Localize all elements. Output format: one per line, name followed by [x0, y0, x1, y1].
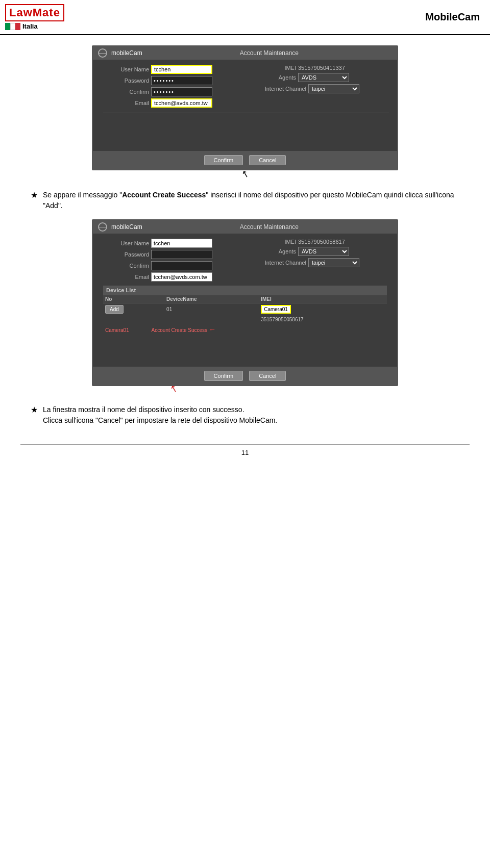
agents-label-2: Agents — [250, 248, 296, 254]
cancel-button-2[interactable]: Cancel — [249, 371, 286, 381]
channel-select-1[interactable]: taipei — [308, 84, 359, 93]
form-row-confirm-1: Confirm — [103, 87, 240, 96]
email-input-2[interactable] — [151, 272, 212, 282]
agents-select-1[interactable]: AVDS — [298, 73, 349, 82]
col-device-name: DeviceName — [164, 295, 259, 303]
page-title: MobileCam — [425, 11, 480, 23]
imei-label-1: IMEI — [250, 65, 296, 71]
device-table-header: Device List — [103, 286, 387, 295]
arrow-icon: ← — [209, 325, 216, 334]
form-area-2: User Name Password Confirm — [93, 234, 397, 367]
device-name-highlight: Camera01 — [261, 305, 291, 314]
form-row-email-2: Email — [103, 272, 240, 282]
titlebar-1: mobileCam Account Maintenance — [93, 46, 397, 60]
email-label-2: Email — [103, 274, 149, 280]
device-row-add: Add — [103, 303, 164, 315]
device-table-cols: No DeviceName IMEI — [103, 295, 387, 303]
instruction1: ★ Se appare il messaggio "Account Create… — [31, 190, 459, 211]
dark-ui-1: mobileCam Account Maintenance User Name — [93, 46, 397, 169]
globe-icon-2 — [98, 222, 107, 232]
form-row-email-1: Email — [103, 98, 240, 108]
password-input-2[interactable] — [151, 250, 212, 259]
spacer-2 — [103, 339, 387, 360]
titlebar-2: mobileCam Account Maintenance — [93, 220, 397, 234]
confirm-label-1: Confirm — [103, 89, 149, 95]
button-bar-1: Confirm Cancel — [93, 151, 397, 169]
device-row-imei-val: 351579050058617 — [259, 315, 387, 324]
globe-icon-1 — [98, 48, 107, 58]
username-input-2[interactable] — [151, 239, 212, 248]
device-row-td-empty — [103, 315, 164, 324]
star-icon-1: ★ — [31, 190, 38, 200]
imei-value-2: 351579050058617 — [298, 239, 345, 245]
form-grid-2: User Name Password Confirm — [103, 239, 387, 282]
form-row-agents-1: Agents AVDS — [250, 73, 387, 82]
channel-label-1: Internet Channel — [250, 86, 306, 92]
confirm-input-2[interactable] — [151, 261, 212, 270]
cursor-arrow-1: ↖ — [240, 167, 250, 180]
form-row-channel-2: Internet Channel taipei — [250, 258, 387, 267]
username-input-1[interactable] — [151, 65, 212, 74]
form-separator-1 — [103, 113, 389, 113]
instruction2: ★ La finestra mostra il nome del disposi… — [31, 404, 459, 426]
success-row: Camera01 Account Create Success ← — [103, 324, 387, 335]
form-row-username-2: User Name — [103, 239, 240, 248]
logo-area: LawMate Italia — [5, 4, 64, 30]
cancel-button-1[interactable]: Cancel — [249, 155, 286, 165]
form-area-1: User Name Password Confirm — [93, 60, 397, 151]
form-row-imei-2: IMEI 351579050058617 — [250, 239, 387, 245]
screenshot2: mobileCam Account Maintenance User Name — [92, 219, 398, 386]
form-col-right-1: IMEI 351579050411337 Agents AVDS Interne — [250, 65, 387, 108]
success-msg-cell: Camera01 Account Create Success ← — [103, 324, 387, 335]
form-col-left-1: User Name Password Confirm — [103, 65, 240, 108]
titlebar-app-2: mobileCam — [111, 223, 142, 231]
section-title-1: Account Maintenance — [146, 49, 392, 57]
device-table-row: Add 01 Camera01 — [103, 303, 387, 316]
form-grid-1: User Name Password Confirm — [103, 65, 387, 108]
page-header: LawMate Italia MobileCam — [0, 0, 490, 35]
agents-select-2[interactable]: AVDS — [298, 247, 349, 256]
password-label-2: Password — [103, 251, 149, 258]
channel-select-2[interactable]: taipei — [308, 258, 359, 267]
instruction-text-2: La finestra mostra il nome del dispositi… — [43, 404, 277, 426]
username-label-2: User Name — [103, 240, 149, 246]
screenshot1-wrapper: mobileCam Account Maintenance User Name — [31, 45, 459, 182]
cursor-container-1: ↖ — [241, 168, 249, 180]
dark-ui-2: mobileCam Account Maintenance User Name — [93, 220, 397, 385]
form-row-username-1: User Name — [103, 65, 240, 74]
imei-value-1: 351579050411337 — [298, 65, 345, 71]
agents-label-1: Agents — [250, 74, 296, 81]
device-row-td-empty2 — [164, 315, 259, 324]
form-row-channel-1: Internet Channel taipei — [250, 84, 387, 93]
imei-label-2: IMEI — [250, 239, 296, 245]
channel-label-2: Internet Channel — [250, 260, 306, 266]
confirm-label-2: Confirm — [103, 263, 149, 269]
device-list-header: Device List — [103, 286, 387, 295]
confirm-button-1[interactable]: Confirm — [204, 155, 243, 165]
device-row-name: Camera01 — [259, 303, 387, 316]
device-row-no: 01 — [164, 303, 259, 316]
logo-lawmate: LawMate — [5, 4, 64, 21]
form-col-left-2: User Name Password Confirm — [103, 239, 240, 282]
email-label-1: Email — [103, 100, 149, 106]
success-message: Camera01 — [105, 327, 129, 333]
screenshot2-wrapper: mobileCam Account Maintenance User Name — [31, 219, 459, 396]
form-col-right-2: IMEI 351579050058617 Agents AVDS Interne — [250, 239, 387, 282]
confirm-button-2[interactable]: Confirm — [204, 371, 243, 381]
page-content: mobileCam Account Maintenance User Name — [0, 35, 490, 444]
form-row-imei-1: IMEI 351579050411337 — [250, 65, 387, 71]
password-input-1[interactable] — [151, 76, 212, 85]
section-title-2: Account Maintenance — [146, 223, 392, 231]
device-table: Device List No DeviceName IMEI — [103, 286, 387, 335]
password-label-1: Password — [103, 78, 149, 84]
logo-italia: Italia — [5, 22, 38, 30]
titlebar-app-1: mobileCam — [111, 49, 142, 57]
confirm-input-1[interactable] — [151, 87, 212, 96]
username-label-1: User Name — [103, 66, 149, 72]
add-button[interactable]: Add — [105, 305, 124, 314]
flag-icon — [5, 23, 20, 30]
button-bar-2: Confirm Cancel — [93, 367, 397, 385]
col-no: No — [103, 295, 164, 303]
form-row-agents-2: Agents AVDS — [250, 247, 387, 256]
email-input-1[interactable] — [151, 98, 212, 108]
